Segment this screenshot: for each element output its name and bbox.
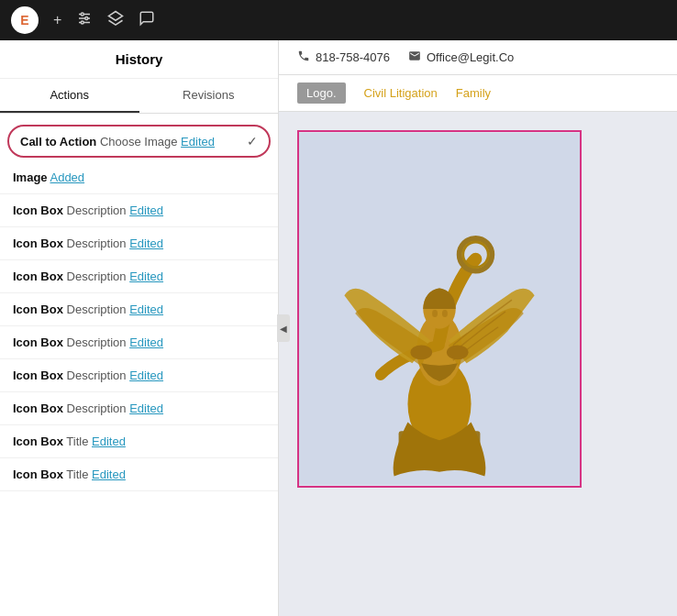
history-list: Call to Action Choose Image Edited ✓ Ima…	[0, 114, 278, 616]
history-item-10[interactable]: Icon Box Title Edited	[0, 458, 278, 491]
chat-icon[interactable]	[139, 10, 155, 30]
left-panel: History Actions Revisions Call to Action…	[0, 40, 279, 616]
nav-family[interactable]: Family	[456, 86, 491, 100]
tab-revisions[interactable]: Revisions	[139, 79, 279, 113]
main-layout: History Actions Revisions Call to Action…	[0, 40, 677, 616]
collapse-panel-button[interactable]: ◀	[277, 314, 290, 342]
toolbar: E +	[0, 0, 677, 40]
phone-number: 818-758-4076	[316, 50, 390, 64]
email-icon	[408, 50, 421, 65]
svg-point-17	[410, 345, 432, 359]
history-item-6[interactable]: Icon Box Description Edited	[0, 326, 278, 359]
statue-image-container[interactable]	[297, 130, 582, 488]
history-item-1[interactable]: Image Added	[0, 161, 278, 194]
check-icon: ✓	[247, 134, 258, 148]
add-icon[interactable]: +	[53, 12, 61, 28]
site-logo: Logo.	[297, 82, 346, 104]
right-panel: 818-758-4076 Office@Legit.Co Logo. Civil…	[279, 40, 677, 616]
phone-icon	[297, 50, 310, 65]
email-container: Office@Legit.Co	[408, 50, 514, 65]
nav-civil-litigation[interactable]: Civil Litigation	[364, 86, 438, 100]
site-nav: Logo. Civil Litigation Family	[279, 75, 677, 112]
site-header: 818-758-4076 Office@Legit.Co	[279, 40, 677, 75]
panel-title: History	[0, 40, 278, 79]
phone-container: 818-758-4076	[297, 50, 390, 65]
email-address: Office@Legit.Co	[427, 50, 514, 64]
svg-point-4	[85, 17, 88, 20]
history-item-4[interactable]: Icon Box Description Edited	[0, 260, 278, 293]
svg-point-15	[432, 310, 438, 317]
history-item-9[interactable]: Icon Box Title Edited	[0, 425, 278, 458]
history-item-7[interactable]: Icon Box Description Edited	[0, 359, 278, 392]
history-item-5[interactable]: Icon Box Description Edited	[0, 293, 278, 326]
tabs-container: Actions Revisions	[0, 79, 278, 114]
elementor-logo[interactable]: E	[11, 6, 39, 34]
history-item-2[interactable]: Icon Box Description Edited	[0, 194, 278, 227]
history-item-3[interactable]: Icon Box Description Edited	[0, 227, 278, 260]
history-item-8[interactable]: Icon Box Description Edited	[0, 392, 278, 425]
history-item-0[interactable]: Call to Action Choose Image Edited ✓	[7, 125, 271, 158]
site-content	[279, 112, 677, 616]
svg-point-16	[442, 310, 448, 317]
svg-point-3	[82, 13, 84, 16]
statue-svg	[299, 130, 580, 488]
tab-actions[interactable]: Actions	[0, 79, 139, 113]
svg-marker-6	[109, 12, 123, 21]
sliders-icon[interactable]	[76, 10, 93, 30]
left-panel-wrapper: History Actions Revisions Call to Action…	[0, 40, 279, 616]
layers-icon[interactable]	[107, 10, 124, 30]
svg-point-5	[82, 21, 84, 24]
svg-point-18	[447, 345, 469, 359]
